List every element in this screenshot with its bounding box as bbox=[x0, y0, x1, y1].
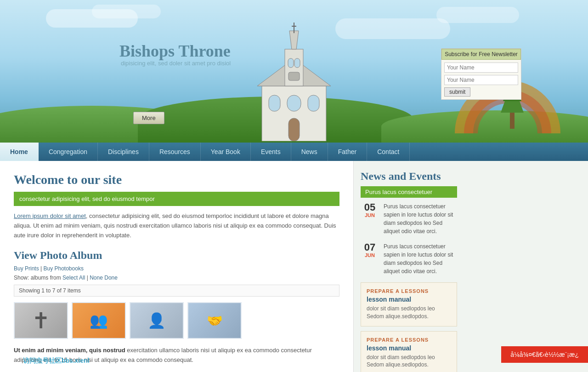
header: Bishops Throne dipisicing elit, sed dole… bbox=[0, 0, 588, 143]
welcome-banner: consectetur adipisicing elit, sed do eiu… bbox=[14, 192, 339, 206]
buy-photobooks-link[interactable]: Buy Photobooks bbox=[43, 265, 83, 272]
more-button[interactable]: More bbox=[133, 112, 164, 124]
prepare-title-2: lesson manual bbox=[367, 344, 451, 352]
newsletter-header: Subscribe for Free Newsletter bbox=[441, 49, 521, 60]
svg-rect-13 bbox=[288, 72, 300, 80]
more-button-container: More bbox=[133, 112, 164, 124]
navigation: Home Congregation Disciplines Resources … bbox=[0, 143, 588, 161]
welcome-text: Lorem ipsum dolor sit amet, consectetur … bbox=[14, 212, 339, 240]
photo-filter: Show: albums from Select All | None Done bbox=[14, 275, 339, 281]
nav-item-yearbook[interactable]: Year Book bbox=[201, 143, 251, 161]
news-day-1: 05 bbox=[361, 202, 379, 212]
newsletter-name-input-1[interactable] bbox=[444, 63, 518, 73]
news-bar: Purus lacus consectetuer bbox=[361, 186, 457, 198]
news-date-1: 05 JUN bbox=[361, 202, 379, 235]
nav-item-news[interactable]: News bbox=[291, 143, 328, 161]
svg-rect-10 bbox=[288, 118, 300, 141]
news-month-2: JUN bbox=[361, 252, 379, 258]
cloud-4 bbox=[436, 7, 519, 23]
newsletter-body bbox=[441, 60, 521, 99]
svg-marker-3 bbox=[289, 31, 299, 49]
nav-item-father[interactable]: Father bbox=[328, 143, 367, 161]
content-area: Welcome to our site consectetur adipisic… bbox=[0, 161, 354, 372]
prepare-text-2: dolor sit diam sedlopdos leo Sedom aliqu… bbox=[367, 354, 451, 369]
photo-controls: Buy Prints | Buy Photobooks bbox=[14, 265, 339, 272]
news-item-1: 05 JUN Purus lacus consectetuer sapien i… bbox=[361, 202, 457, 235]
nav-item-contact[interactable]: Contact bbox=[367, 143, 410, 161]
nav-item-congregation[interactable]: Congregation bbox=[39, 143, 98, 161]
prepare-title-1: lesson manual bbox=[367, 296, 451, 303]
photo-count-bar: Showing 1 to 7 of 7 items bbox=[14, 285, 339, 297]
photo-album-title: View Photo Album bbox=[14, 249, 339, 262]
site-subtitle: dipisicing elit, sed doler sit amet pro … bbox=[121, 60, 231, 67]
bottom-text: Ut enim ad minim veniam, quis nostrud ex… bbox=[14, 346, 339, 365]
prepare-box-2: PREPARE A LESSONS lesson manual dolor si… bbox=[361, 331, 457, 372]
cloud-2 bbox=[92, 5, 161, 18]
prepare-label-1: PREPARE A LESSONS bbox=[367, 288, 451, 294]
svg-rect-12 bbox=[294, 58, 300, 68]
site-title: Bishops Throne bbox=[119, 41, 231, 61]
photo-thumb-3[interactable] bbox=[130, 302, 184, 339]
nav-item-home[interactable]: Home bbox=[0, 143, 39, 161]
main-wrapper: Welcome to our site consectetur adipisic… bbox=[0, 161, 588, 372]
news-item-2: 07 JUN Purus lacus consectetuer sapien i… bbox=[361, 242, 457, 275]
lorem-ipsum-link[interactable]: Lorem ipsum dolor sit amet bbox=[14, 212, 86, 219]
none-link[interactable]: None bbox=[90, 275, 103, 281]
photo-thumb-4[interactable] bbox=[187, 302, 242, 339]
prepare-box-1: PREPARE A LESSONS lesson manual dolor si… bbox=[361, 282, 457, 326]
photo-thumb-1[interactable] bbox=[14, 302, 68, 339]
svg-rect-7 bbox=[269, 95, 280, 111]
svg-rect-9 bbox=[308, 95, 319, 111]
svg-rect-8 bbox=[287, 95, 301, 111]
news-date-2: 07 JUN bbox=[361, 242, 379, 275]
sidebar: News and Events Purus lacus consectetuer… bbox=[354, 161, 464, 372]
nav-item-events[interactable]: Events bbox=[251, 143, 291, 161]
done-link[interactable]: Done bbox=[104, 275, 118, 281]
select-all-link[interactable]: Select All bbox=[62, 275, 85, 281]
bottom-text-strong: Ut enim ad minim veniam, quis nostrud bbox=[14, 347, 125, 354]
nav-item-resources[interactable]: Resources bbox=[149, 143, 201, 161]
news-month-1: JUN bbox=[361, 212, 379, 218]
church-illustration bbox=[225, 22, 363, 143]
newsletter-box: Subscribe for Free Newsletter bbox=[441, 48, 521, 100]
welcome-title: Welcome to our site bbox=[14, 172, 339, 187]
news-text-1: Purus lacus consectetuer sapien in lore … bbox=[384, 202, 457, 235]
photo-thumb-2[interactable] bbox=[72, 302, 126, 339]
news-day-2: 07 bbox=[361, 242, 379, 252]
nav-item-disciplines[interactable]: Disciplines bbox=[98, 143, 149, 161]
news-events-title: News and Events bbox=[361, 170, 457, 183]
newsletter-name-input-2[interactable] bbox=[444, 75, 518, 85]
news-text-2: Purus lacus consectetuer sapien in lore … bbox=[384, 242, 457, 275]
svg-rect-11 bbox=[288, 58, 294, 68]
newsletter-submit-button[interactable] bbox=[444, 87, 470, 97]
prepare-label-2: PREPARE A LESSONS bbox=[367, 337, 451, 343]
photo-grid bbox=[14, 302, 339, 339]
chinese-ad-banner[interactable]: å¼å¾¤€ã€‹è½½æ¨¡æ¿ bbox=[501, 346, 588, 363]
prepare-text-1: dolor sit diam sedlopdos leo Sedom aliqu… bbox=[367, 305, 451, 320]
buy-prints-link[interactable]: Buy Prints bbox=[14, 265, 39, 272]
show-label: Show: albums from bbox=[14, 275, 62, 281]
